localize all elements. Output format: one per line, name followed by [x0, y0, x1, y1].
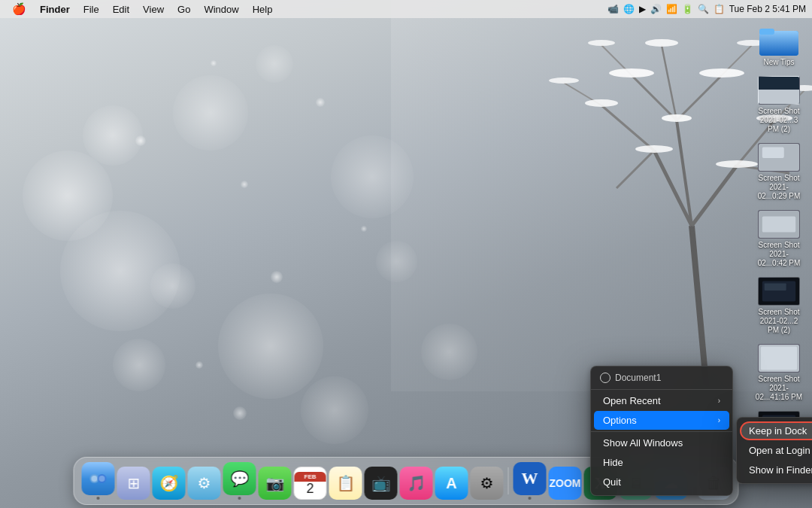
context-menu-open-recent[interactable]: Open Recent ›: [594, 391, 729, 410]
desktop-icon-screenshot4[interactable]: Screen Shot 2021-02...2 PM (2): [752, 274, 806, 338]
finder-dot: [97, 497, 100, 500]
menu-file[interactable]: File: [77, 2, 105, 17]
svg-rect-32: [759, 90, 799, 104]
show-all-windows-label: Show All Windows: [603, 437, 683, 449]
appstore-icon: A: [435, 467, 468, 500]
menu-help[interactable]: Help: [247, 2, 279, 17]
dock-item-settings[interactable]: ⚙: [471, 467, 504, 500]
submenu-show-in-finder[interactable]: Show in Finder: [740, 461, 812, 479]
menu-go[interactable]: Go: [171, 2, 196, 17]
svg-line-8: [617, 151, 654, 188]
word-dot: [529, 497, 532, 500]
screenshot3-label: Screen Shot 2021-02...0:42 PM: [755, 241, 803, 268]
dock-item-appletv[interactable]: 📺: [365, 467, 398, 500]
dock-item-word[interactable]: W: [514, 462, 547, 500]
dock-item-launchpad[interactable]: ⊞: [117, 467, 150, 500]
screenshot1-label: Screen Shot 2021-02...3 PM (2): [755, 107, 803, 134]
submenu-open-at-login[interactable]: Open at Login: [740, 441, 812, 460]
finder-icon: [82, 462, 115, 495]
svg-line-2: [692, 166, 737, 226]
context-menu-options[interactable]: Options ›: [594, 411, 729, 430]
screenshot-thumb-1: [758, 76, 800, 105]
open-recent-label: Open Recent: [603, 395, 661, 406]
context-submenu: Keep in Dock Open at Login Show in Finde…: [736, 417, 812, 484]
svg-line-5: [677, 75, 722, 120]
context-menu-header-label: Document1: [615, 373, 661, 383]
desktop-icon-screenshot5[interactable]: Screen Shot 2021-02...41:16 PM: [752, 341, 806, 405]
dock-item-music[interactable]: 🎵: [400, 467, 433, 500]
launchpad-icon: ⊞: [117, 467, 150, 500]
svg-point-20: [662, 114, 692, 122]
dock-separator: [508, 467, 509, 494]
svg-rect-30: [759, 29, 774, 35]
appletv-icon: 📺: [365, 467, 398, 500]
dock-item-appstore[interactable]: A: [435, 467, 468, 500]
reminders-icon: 📋: [329, 467, 362, 500]
dock-item-messages[interactable]: 💬: [223, 462, 256, 500]
context-menu-hide[interactable]: Hide: [594, 453, 729, 472]
svg-line-3: [677, 120, 692, 226]
dock-item-calendar[interactable]: FEB 2: [294, 467, 327, 500]
svg-point-21: [585, 99, 618, 107]
context-menu-header-icon: [600, 373, 611, 383]
menubar-datetime: Tue Feb 2 5:41 PM: [729, 4, 806, 14]
desktop-icon-screenshot3[interactable]: Screen Shot 2021-02...0:42 PM: [752, 207, 806, 271]
svg-line-7: [601, 105, 654, 151]
svg-line-6: [662, 45, 677, 120]
menu-separator-1: [591, 389, 732, 390]
menu-view[interactable]: View: [137, 2, 170, 17]
menubar-right: 📹 🌐 ▶ 🔊 📶 🔋 🔍 📋 Tue Feb 2 5:41 PM: [607, 4, 806, 14]
facetime-icon: 📷: [259, 467, 292, 500]
dock-item-finder[interactable]: [82, 462, 115, 500]
screenshot-thumb-5: [758, 344, 800, 373]
keep-in-dock-label: Keep in Dock: [749, 425, 807, 437]
menubar-volume-icon[interactable]: 🔊: [650, 4, 662, 14]
newtips-label: New Tips: [763, 58, 794, 67]
settings-icon: ⚙: [471, 467, 504, 500]
svg-rect-36: [762, 216, 795, 232]
menubar-network-icon[interactable]: 📶: [666, 4, 677, 14]
svg-rect-39: [765, 283, 786, 291]
svg-line-13: [564, 83, 601, 105]
svg-point-23: [549, 78, 579, 84]
dock-item-reminders[interactable]: 📋: [329, 467, 362, 500]
svg-point-47: [99, 476, 105, 482]
screenshot2-label: Screen Shot 2021-02...0:29 PM: [755, 174, 803, 201]
menubar-search-icon[interactable]: 🔍: [698, 4, 709, 14]
svg-point-17: [645, 39, 678, 47]
screenshot-thumb-3: [758, 210, 800, 239]
dock-item-safari[interactable]: 🧭: [153, 467, 186, 500]
dock-item-zoom[interactable]: ZOOM: [549, 467, 582, 500]
dock-item-facetime[interactable]: 📷: [259, 467, 292, 500]
desktop-icon-screenshot2[interactable]: Screen Shot 2021-02...0:29 PM: [752, 140, 806, 204]
open-at-login-label: Open at Login: [749, 445, 810, 456]
apple-menu[interactable]: 🍎: [6, 2, 32, 16]
word-icon: W: [514, 462, 547, 495]
desktop-icon-screenshot1[interactable]: Screen Shot 2021-02...3 PM (2): [752, 73, 806, 137]
menubar-controlcenter-icon[interactable]: 📋: [714, 4, 725, 14]
app-name[interactable]: Finder: [34, 2, 76, 17]
menubar-wifi-icon[interactable]: 🌐: [623, 4, 635, 14]
screenshot5-label: Screen Shot 2021-02...41:16 PM: [755, 375, 803, 402]
desktop-icon-newtips[interactable]: New Tips: [752, 23, 806, 70]
calendar-icon: FEB 2: [294, 467, 327, 500]
context-menu-show-all-windows[interactable]: Show All Windows: [594, 433, 729, 452]
messages-dot: [238, 497, 241, 500]
open-recent-chevron: ›: [718, 397, 720, 405]
svg-point-46: [92, 476, 98, 482]
context-menu-quit[interactable]: Quit: [594, 473, 729, 491]
svg-point-25: [588, 40, 615, 46]
menubar-video-icon[interactable]: 📹: [607, 4, 619, 14]
menubar: 🍎 Finder File Edit View Go Window Help 📹…: [0, 0, 812, 18]
svg-point-18: [635, 145, 673, 153]
dock-item-sysprefs[interactable]: ⚙: [188, 467, 221, 500]
menubar-arrow-icon[interactable]: ▶: [639, 4, 646, 14]
menu-window[interactable]: Window: [198, 2, 244, 17]
svg-rect-41: [761, 347, 797, 370]
submenu-keep-in-dock[interactable]: Keep in Dock: [740, 421, 812, 440]
menubar-battery-icon[interactable]: 🔋: [682, 4, 693, 14]
menu-separator-2: [591, 431, 732, 432]
svg-line-11: [601, 45, 632, 75]
menu-edit[interactable]: Edit: [107, 2, 135, 17]
show-in-finder-label: Show in Finder: [749, 464, 812, 476]
